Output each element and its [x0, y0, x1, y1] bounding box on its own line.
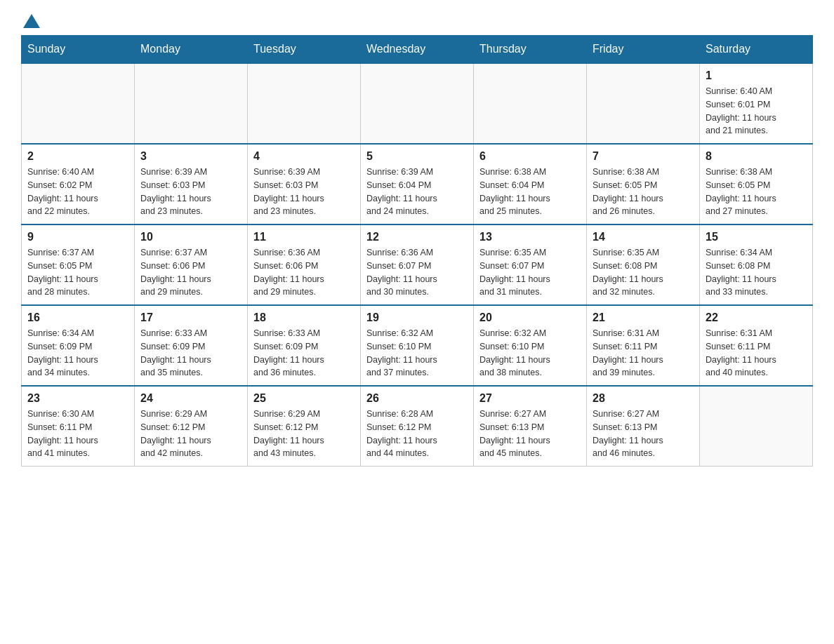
- day-info: Sunrise: 6:29 AMSunset: 6:12 PMDaylight:…: [253, 408, 355, 460]
- calendar-cell: 3Sunrise: 6:39 AMSunset: 6:03 PMDaylight…: [135, 144, 248, 224]
- day-number: 22: [706, 311, 807, 324]
- calendar-cell: [135, 63, 248, 144]
- day-info: Sunrise: 6:33 AMSunset: 6:09 PMDaylight:…: [140, 327, 241, 380]
- calendar-cell: 7Sunrise: 6:38 AMSunset: 6:05 PMDaylight…: [587, 144, 700, 224]
- day-number: 10: [140, 231, 241, 243]
- calendar-cell: [361, 63, 474, 144]
- day-info: Sunrise: 6:31 AMSunset: 6:11 PMDaylight:…: [593, 327, 694, 380]
- day-info: Sunrise: 6:29 AMSunset: 6:12 PMDaylight:…: [140, 408, 241, 460]
- calendar-cell: 10Sunrise: 6:37 AMSunset: 6:06 PMDayligh…: [135, 224, 248, 305]
- weekday-header-friday: Friday: [587, 36, 700, 64]
- day-info: Sunrise: 6:38 AMSunset: 6:04 PMDaylight:…: [479, 166, 581, 218]
- day-info: Sunrise: 6:34 AMSunset: 6:09 PMDaylight:…: [27, 327, 128, 380]
- calendar-cell: [700, 386, 813, 467]
- day-number: 28: [593, 392, 694, 405]
- week-row-5: 23Sunrise: 6:30 AMSunset: 6:11 PMDayligh…: [22, 386, 813, 467]
- calendar-cell: 14Sunrise: 6:35 AMSunset: 6:08 PMDayligh…: [587, 224, 700, 305]
- calendar-cell: 23Sunrise: 6:30 AMSunset: 6:11 PMDayligh…: [22, 386, 135, 467]
- day-number: 21: [593, 311, 694, 324]
- calendar-cell: 6Sunrise: 6:38 AMSunset: 6:04 PMDaylight…: [474, 144, 587, 224]
- day-info: Sunrise: 6:39 AMSunset: 6:04 PMDaylight:…: [366, 166, 468, 218]
- calendar-cell: 17Sunrise: 6:33 AMSunset: 6:09 PMDayligh…: [135, 305, 248, 386]
- weekday-header-thursday: Thursday: [474, 36, 587, 64]
- week-row-2: 2Sunrise: 6:40 AMSunset: 6:02 PMDaylight…: [22, 144, 813, 224]
- day-number: 15: [706, 231, 807, 243]
- day-number: 18: [253, 311, 355, 324]
- day-number: 16: [27, 311, 128, 324]
- day-info: Sunrise: 6:40 AMSunset: 6:01 PMDaylight:…: [706, 85, 807, 137]
- calendar-cell: 8Sunrise: 6:38 AMSunset: 6:05 PMDaylight…: [700, 144, 813, 224]
- weekday-header-row: SundayMondayTuesdayWednesdayThursdayFrid…: [22, 36, 813, 64]
- day-number: 3: [140, 150, 241, 163]
- day-info: Sunrise: 6:32 AMSunset: 6:10 PMDaylight:…: [366, 327, 468, 380]
- weekday-header-monday: Monday: [135, 36, 248, 64]
- calendar-cell: 13Sunrise: 6:35 AMSunset: 6:07 PMDayligh…: [474, 224, 587, 305]
- weekday-header-saturday: Saturday: [700, 36, 813, 64]
- day-number: 12: [366, 231, 468, 243]
- day-info: Sunrise: 6:35 AMSunset: 6:08 PMDaylight:…: [593, 246, 694, 299]
- day-number: 20: [479, 311, 581, 324]
- calendar-cell: 26Sunrise: 6:28 AMSunset: 6:12 PMDayligh…: [361, 386, 474, 467]
- calendar-cell: [248, 63, 361, 144]
- day-number: 6: [479, 150, 581, 163]
- day-number: 24: [140, 392, 241, 405]
- calendar-cell: 2Sunrise: 6:40 AMSunset: 6:02 PMDaylight…: [22, 144, 135, 224]
- calendar-cell: 12Sunrise: 6:36 AMSunset: 6:07 PMDayligh…: [361, 224, 474, 305]
- calendar-cell: 19Sunrise: 6:32 AMSunset: 6:10 PMDayligh…: [361, 305, 474, 386]
- calendar-cell: [587, 63, 700, 144]
- calendar-cell: 27Sunrise: 6:27 AMSunset: 6:13 PMDayligh…: [474, 386, 587, 467]
- day-number: 17: [140, 311, 241, 324]
- calendar-cell: [474, 63, 587, 144]
- day-number: 11: [253, 231, 355, 243]
- calendar-cell: 11Sunrise: 6:36 AMSunset: 6:06 PMDayligh…: [248, 224, 361, 305]
- calendar-cell: 28Sunrise: 6:27 AMSunset: 6:13 PMDayligh…: [587, 386, 700, 467]
- day-number: 25: [253, 392, 355, 405]
- day-number: 13: [479, 231, 581, 243]
- day-info: Sunrise: 6:32 AMSunset: 6:10 PMDaylight:…: [479, 327, 581, 380]
- day-info: Sunrise: 6:35 AMSunset: 6:07 PMDaylight:…: [479, 246, 581, 299]
- logo-triangle-icon: [23, 14, 40, 28]
- calendar-table: SundayMondayTuesdayWednesdayThursdayFrid…: [21, 35, 813, 467]
- day-number: 1: [706, 69, 807, 82]
- day-info: Sunrise: 6:40 AMSunset: 6:02 PMDaylight:…: [27, 166, 128, 218]
- day-info: Sunrise: 6:37 AMSunset: 6:06 PMDaylight:…: [140, 246, 241, 299]
- calendar-cell: 21Sunrise: 6:31 AMSunset: 6:11 PMDayligh…: [587, 305, 700, 386]
- day-info: Sunrise: 6:36 AMSunset: 6:07 PMDaylight:…: [366, 246, 468, 299]
- calendar-cell: 4Sunrise: 6:39 AMSunset: 6:03 PMDaylight…: [248, 144, 361, 224]
- calendar-cell: 20Sunrise: 6:32 AMSunset: 6:10 PMDayligh…: [474, 305, 587, 386]
- day-info: Sunrise: 6:36 AMSunset: 6:06 PMDaylight:…: [253, 246, 355, 299]
- calendar-cell: 25Sunrise: 6:29 AMSunset: 6:12 PMDayligh…: [248, 386, 361, 467]
- calendar-cell: 16Sunrise: 6:34 AMSunset: 6:09 PMDayligh…: [22, 305, 135, 386]
- day-number: 5: [366, 150, 468, 163]
- day-info: Sunrise: 6:27 AMSunset: 6:13 PMDaylight:…: [593, 408, 694, 460]
- day-info: Sunrise: 6:34 AMSunset: 6:08 PMDaylight:…: [706, 246, 807, 299]
- calendar-cell: 22Sunrise: 6:31 AMSunset: 6:11 PMDayligh…: [700, 305, 813, 386]
- calendar-cell: 15Sunrise: 6:34 AMSunset: 6:08 PMDayligh…: [700, 224, 813, 305]
- day-number: 8: [706, 150, 807, 163]
- week-row-3: 9Sunrise: 6:37 AMSunset: 6:05 PMDaylight…: [22, 224, 813, 305]
- day-number: 4: [253, 150, 355, 163]
- day-number: 9: [27, 231, 128, 243]
- day-number: 7: [593, 150, 694, 163]
- calendar-cell: 5Sunrise: 6:39 AMSunset: 6:04 PMDaylight…: [361, 144, 474, 224]
- day-info: Sunrise: 6:27 AMSunset: 6:13 PMDaylight:…: [479, 408, 581, 460]
- day-number: 14: [593, 231, 694, 243]
- calendar-cell: [22, 63, 135, 144]
- calendar-cell: 18Sunrise: 6:33 AMSunset: 6:09 PMDayligh…: [248, 305, 361, 386]
- day-info: Sunrise: 6:30 AMSunset: 6:11 PMDaylight:…: [27, 408, 128, 460]
- day-number: 23: [27, 392, 128, 405]
- day-number: 26: [366, 392, 468, 405]
- day-info: Sunrise: 6:33 AMSunset: 6:09 PMDaylight:…: [253, 327, 355, 380]
- day-info: Sunrise: 6:31 AMSunset: 6:11 PMDaylight:…: [706, 327, 807, 380]
- logo: [21, 14, 42, 28]
- week-row-1: 1Sunrise: 6:40 AMSunset: 6:01 PMDaylight…: [22, 63, 813, 144]
- week-row-4: 16Sunrise: 6:34 AMSunset: 6:09 PMDayligh…: [22, 305, 813, 386]
- day-number: 19: [366, 311, 468, 324]
- calendar-cell: 9Sunrise: 6:37 AMSunset: 6:05 PMDaylight…: [22, 224, 135, 305]
- weekday-header-tuesday: Tuesday: [248, 36, 361, 64]
- day-info: Sunrise: 6:28 AMSunset: 6:12 PMDaylight:…: [366, 408, 468, 460]
- calendar-cell: 1Sunrise: 6:40 AMSunset: 6:01 PMDaylight…: [700, 63, 813, 144]
- weekday-header-sunday: Sunday: [22, 36, 135, 64]
- day-info: Sunrise: 6:39 AMSunset: 6:03 PMDaylight:…: [140, 166, 241, 218]
- day-number: 27: [479, 392, 581, 405]
